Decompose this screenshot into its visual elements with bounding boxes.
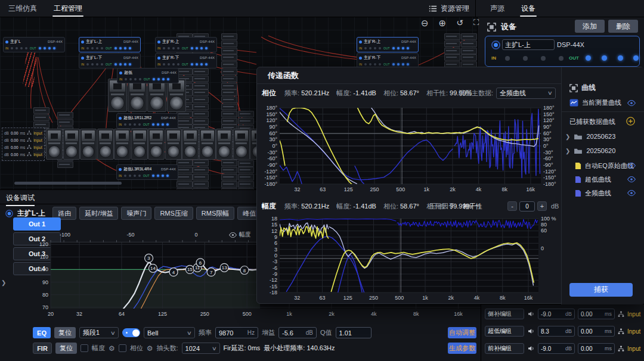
- output-select-button[interactable]: Out 1: [13, 217, 61, 231]
- device-radio[interactable]: [81, 57, 84, 60]
- device-radio[interactable]: [119, 117, 122, 120]
- group-name-field[interactable]: 超低编组: [485, 326, 524, 337]
- schematic-device-card[interactable]: 主扩R-上DSP-44XINOUT: [357, 37, 419, 52]
- tab-sound-source[interactable]: 声源: [489, 0, 506, 17]
- out-channel-dot[interactable]: [633, 55, 639, 61]
- tab-device[interactable]: 设备: [520, 0, 537, 17]
- schematic-device-card[interactable]: 超低DSP-44XINOUT: [117, 68, 179, 83]
- reset-view-icon[interactable]: ↺: [456, 18, 463, 29]
- in-channel-dot[interactable]: [523, 56, 528, 61]
- fir-reset-button[interactable]: 复位: [55, 343, 77, 354]
- speaker-box[interactable]: [233, 129, 250, 160]
- out-channel-dot[interactable]: [618, 55, 623, 61]
- curve-folder-20250623[interactable]: ❯20250623: [565, 133, 615, 140]
- chevron-right-icon[interactable]: ❯: [565, 148, 570, 154]
- device-radio[interactable]: [157, 41, 160, 43]
- zoom-in-icon[interactable]: ⊕: [439, 18, 447, 29]
- group-gain-field[interactable]: 8.3dB: [538, 326, 575, 337]
- schematic-device-card[interactable]: 主扩LDSP-44XINOUT: [3, 37, 65, 52]
- phase-chart[interactable]: 32631252505001k2k4k8k16k180°180°150°150°…: [263, 102, 559, 196]
- collapse-chevron-icon[interactable]: ❯: [1, 279, 6, 286]
- add-device-button[interactable]: 添加: [575, 20, 605, 33]
- fir-phase-checkbox[interactable]: [119, 344, 126, 352]
- speaker-box[interactable]: [216, 129, 233, 160]
- in-channel-dot[interactable]: [559, 56, 564, 61]
- band-enable-toggle[interactable]: [122, 328, 140, 337]
- device-radio[interactable]: [491, 41, 500, 49]
- device-card[interactable]: DSP-44X IN OUT: [485, 36, 640, 67]
- curve-file-item[interactable]: 自动EQ原始曲线: [575, 161, 634, 170]
- filter-type-select[interactable]: Bell∨: [144, 327, 195, 338]
- speaker-box[interactable]: [131, 129, 148, 160]
- schematic-device-card[interactable]: 超低L3R3L4R4DSP-44XINOUT: [116, 164, 178, 180]
- gear-icon[interactable]: ⚙: [147, 344, 153, 353]
- capture-button[interactable]: 捕获: [569, 283, 633, 297]
- debug-tab-延时/增益[interactable]: 延时/增益: [79, 207, 118, 220]
- schematic-device-card[interactable]: 超低L1R1L2R2DSP-44XINOUT: [116, 113, 178, 129]
- magnitude-chart[interactable]: 32631252505001k2k4k8k16k1815129630-3-6-9…: [263, 214, 559, 303]
- speaker-box[interactable]: [63, 129, 80, 160]
- frequency-field[interactable]: 9870Hz: [215, 327, 258, 338]
- resource-manager-button[interactable]: 资源管理: [429, 4, 469, 14]
- gear-icon[interactable]: ⚙: [109, 344, 115, 353]
- device-radio[interactable]: [157, 57, 160, 60]
- tab-project-management[interactable]: 工程管理: [52, 0, 83, 17]
- group-delay-field[interactable]: 0.00ms: [578, 343, 615, 354]
- eye-icon[interactable]: [627, 99, 636, 108]
- group-delay-field[interactable]: 0.00ms: [578, 309, 615, 319]
- device-radio[interactable]: [81, 41, 84, 43]
- device-name-input[interactable]: [502, 39, 555, 50]
- group-gain-field[interactable]: -9.0dB: [538, 343, 575, 354]
- schematic-device-card[interactable]: 主扩L-下DSP-44XINOUT: [79, 53, 141, 69]
- band-select[interactable]: 频段1∨: [79, 327, 119, 338]
- offset-value-field[interactable]: 0: [519, 201, 535, 211]
- device-radio[interactable]: [359, 57, 362, 60]
- speaker-box[interactable]: [108, 79, 127, 112]
- speaker-box[interactable]: [182, 129, 199, 160]
- in-channel-dot[interactable]: [541, 56, 546, 61]
- add-capture-icon[interactable]: [626, 117, 635, 127]
- device-radio[interactable]: [359, 41, 362, 43]
- current-measure-curve-item[interactable]: 当前测量曲线: [569, 98, 621, 107]
- speaker-box[interactable]: [167, 79, 186, 112]
- chevron-right-icon[interactable]: ❯: [565, 133, 570, 140]
- speaker-box[interactable]: [199, 129, 216, 160]
- eye-icon[interactable]: [627, 162, 636, 170]
- schematic-device-card[interactable]: 主扩R-上DSP-44XINOUT: [155, 37, 217, 52]
- fit-screen-icon[interactable]: ⛶: [473, 18, 479, 29]
- generate-params-button[interactable]: 生成参数: [448, 343, 476, 354]
- curve-file-item[interactable]: 超低曲线: [575, 175, 611, 184]
- debug-tab-RMS限幅[interactable]: RMS限幅: [196, 207, 234, 220]
- in-channel-dot[interactable]: [505, 56, 510, 61]
- out-channel-dot[interactable]: [586, 55, 591, 61]
- offset-plus-button[interactable]: +: [537, 201, 547, 211]
- device-radio[interactable]: [5, 41, 8, 43]
- group-delay-field[interactable]: 0.00ms: [578, 326, 615, 337]
- eye-icon[interactable]: [627, 176, 636, 184]
- fir-magnitude-checkbox[interactable]: [80, 344, 88, 352]
- group-name-field[interactable]: 前补编组: [485, 343, 524, 354]
- speaker-box[interactable]: [147, 79, 166, 112]
- speaker-box[interactable]: [148, 129, 165, 160]
- speaker-box[interactable]: [97, 129, 114, 160]
- q-field[interactable]: 1.01: [336, 327, 371, 338]
- device-radio[interactable]: [119, 71, 122, 74]
- speaker-box[interactable]: [46, 129, 63, 160]
- channel-radio[interactable]: [5, 210, 13, 217]
- debug-tab-RMS压缩[interactable]: RMS压缩: [154, 207, 193, 220]
- eq-button[interactable]: EQ: [33, 327, 51, 338]
- out-channel-dot[interactable]: [602, 55, 607, 61]
- tab-3d-simulation[interactable]: 三维仿真: [7, 0, 38, 17]
- schematic-device-card[interactable]: 主扩L-上DSP-44XINOUT: [79, 37, 141, 52]
- group-name-field[interactable]: 侧补编组: [485, 309, 524, 319]
- view-main-data-select[interactable]: 全频曲线∨: [496, 88, 556, 99]
- fir-button[interactable]: FIR: [33, 343, 52, 354]
- auto-adjust-button[interactable]: 自动调整: [448, 327, 476, 338]
- curve-file-item[interactable]: 全频曲线: [575, 189, 611, 198]
- gain-field[interactable]: -5.6dB: [278, 327, 317, 338]
- taps-select[interactable]: 1024∨: [182, 343, 220, 354]
- offset-minus-button[interactable]: -: [507, 201, 517, 211]
- eq-reset-button[interactable]: 复位: [54, 327, 76, 338]
- speaker-box[interactable]: [114, 129, 131, 160]
- schematic-device-card[interactable]: 主扩R-下DSP-44XINOUT: [155, 53, 217, 69]
